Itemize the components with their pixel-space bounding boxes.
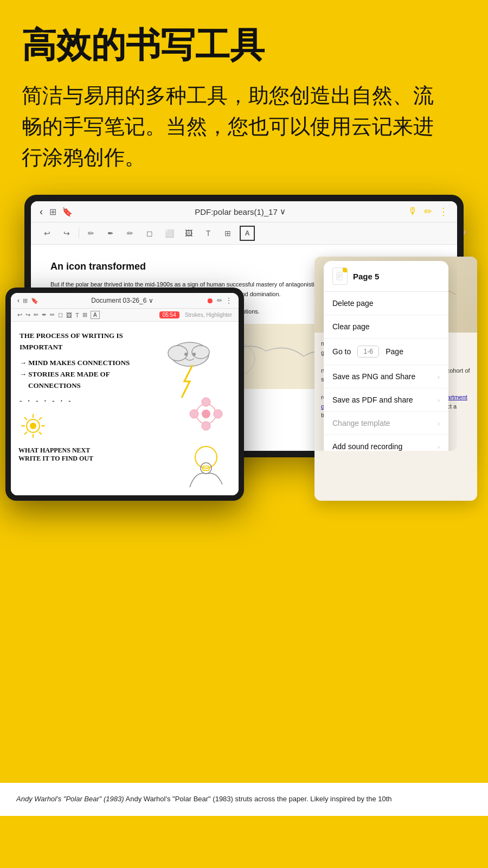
add-sound-label: Add sound recording <box>332 442 402 451</box>
hw-what-happens: WHAT HAPPENS NEXT <box>18 446 93 455</box>
small-doc-title[interactable]: Document 03-26_6 ∨ <box>42 297 203 304</box>
warhol-italic: Andy Warhol's "Polar Bear" (1983) <box>16 795 124 803</box>
bookmark-icon[interactable]: 🔖 <box>62 207 73 217</box>
timer-badge: 05:54 <box>159 311 179 318</box>
change-template-item[interactable]: Change template › <box>324 412 448 435</box>
svg-point-36 <box>192 346 209 359</box>
pencil-tool[interactable]: ✒ <box>103 226 118 241</box>
text-tool[interactable]: T <box>201 226 216 241</box>
pen-tool[interactable]: ✏ <box>84 226 99 241</box>
save-pdf-label: Save as PDF and share <box>332 395 413 404</box>
small-tablet-wrap: ‹ ⊞ 🔖 Document 03-26_6 ∨ ⏺ ✏ ⋮ ↩ ↪ ✏ ✒ ✏ <box>5 288 244 501</box>
handwriting-area: THE PROCESS OF WRITING IS IMPORTANT → MI… <box>11 322 239 495</box>
small-pen-draw[interactable]: ✏ <box>34 311 38 318</box>
small-tablet: ‹ ⊞ 🔖 Document 03-26_6 ∨ ⏺ ✏ ⋮ ↩ ↪ ✏ ✒ ✏ <box>5 288 244 501</box>
svg-point-41 <box>202 398 210 406</box>
svg-point-38 <box>192 353 196 356</box>
chevron-icon: › <box>438 419 440 427</box>
svg-line-31 <box>39 432 42 435</box>
chevron-icon: › <box>438 373 440 381</box>
svg-line-30 <box>24 417 27 420</box>
subtitle: 简洁与易用的多种工具，助您创造出自然、流畅的手写笔记。当然，您也可以使用云记来进… <box>22 80 434 173</box>
context-menu-header: Page 5 <box>324 261 448 292</box>
small-font-tool[interactable]: A <box>91 311 100 319</box>
small-undo[interactable]: ↩ <box>17 311 22 318</box>
tablet-section: ‹ ⊞ 🔖 PDF:polar bears(1)_17 ∨ 🎙 ✏ ⋮ ↩ <box>0 195 488 457</box>
clear-page-label: Clear page <box>332 322 370 331</box>
delete-page-label: Delete page <box>332 299 374 308</box>
toolbar-icons: ⊞ 🔖 <box>49 207 73 217</box>
context-menu: Page 5 Delete page Clear page Go to Page <box>324 261 448 451</box>
chevron-icon: › <box>438 443 440 451</box>
svg-point-35 <box>168 346 188 361</box>
bottom-text: Andy Warhol's "Polar Bear" (1983) Andy W… <box>16 794 472 805</box>
redo-button[interactable]: ↪ <box>59 226 74 241</box>
chevron-icon: › <box>438 396 440 404</box>
goto-page-item[interactable]: Go to Page <box>324 339 448 365</box>
tablet-toolbar: ‹ ⊞ 🔖 PDF:polar bears(1)_17 ∨ 🎙 ✏ ⋮ <box>31 201 457 222</box>
header-section: 高效的书写工具 简洁与易用的多种工具，助您创造出自然、流畅的手写笔记。当然，您也… <box>0 0 488 184</box>
small-toolbar: ‹ ⊞ 🔖 Document 03-26_6 ∨ ⏺ ✏ ⋮ <box>11 293 239 309</box>
small-more-icon[interactable]: ⋮ <box>226 297 232 304</box>
small-table-tool[interactable]: ⊞ <box>82 311 87 318</box>
tools-label: Strokes, Highlighter <box>185 312 232 318</box>
svg-point-42 <box>202 422 210 430</box>
svg-line-33 <box>24 432 27 435</box>
delete-page-item[interactable]: Delete page <box>324 292 448 315</box>
small-draw-toolbar: ↩ ↪ ✏ ✒ ✏ ◻ 🖼 T ⊞ A 05:54 Strokes, Highl… <box>11 309 239 322</box>
goto-label: Go to <box>332 347 351 356</box>
svg-point-44 <box>214 410 222 418</box>
small-pen-icon[interactable]: ✏ <box>217 297 222 304</box>
select-tool[interactable]: ⬜ <box>162 226 177 241</box>
small-grid-icon[interactable]: ⊞ <box>23 297 28 304</box>
small-eraser[interactable]: ◻ <box>58 311 63 318</box>
small-img-tool[interactable]: 🖼 <box>66 312 72 318</box>
svg-point-40 <box>202 410 210 418</box>
back-button[interactable]: ‹ <box>40 206 43 218</box>
goto-row: Go to Page <box>332 346 403 358</box>
goto-input[interactable] <box>357 346 379 358</box>
small-tablet-screen: ‹ ⊞ 🔖 Document 03-26_6 ∨ ⏺ ✏ ⋮ ↩ ↪ ✏ ✒ ✏ <box>11 293 239 495</box>
small-highlight[interactable]: ✏ <box>50 311 55 318</box>
eraser-tool[interactable]: ◻ <box>142 226 157 241</box>
page-suffix: Page <box>386 347 403 356</box>
sun-doodle <box>18 411 48 441</box>
svg-point-37 <box>184 353 188 356</box>
small-redo[interactable]: ↪ <box>25 311 30 318</box>
microphone-icon[interactable]: 🎙 <box>408 206 418 218</box>
page-icon <box>332 267 348 285</box>
sketch-figure <box>184 460 228 493</box>
highlighter-tool[interactable]: ✏ <box>123 226 138 241</box>
hw-write-it: WRITE IT TO FIND OUT <box>18 455 93 463</box>
main-title: 高效的书写工具 <box>22 26 466 64</box>
grid-icon[interactable]: ⊞ <box>49 207 56 217</box>
hw-bottom: WHAT HAPPENS NEXT WRITE IT TO FIND OUT <box>18 446 93 463</box>
more-icon[interactable]: ⋮ <box>439 206 448 218</box>
undo-button[interactable]: ↩ <box>40 226 55 241</box>
document-title[interactable]: PDF:polar bears(1)_17 ∨ <box>77 207 403 216</box>
svg-line-32 <box>39 417 42 420</box>
small-record-icon[interactable]: ⏺ <box>206 296 214 305</box>
bottom-section: Andy Warhol's "Polar Bear" (1983) Andy W… <box>0 783 488 816</box>
add-sound-item[interactable]: Add sound recording › <box>324 435 448 451</box>
svg-point-43 <box>190 410 198 418</box>
page-title: Page 5 <box>353 272 379 281</box>
clear-page-item[interactable]: Clear page <box>324 315 448 339</box>
small-bookmark-icon[interactable]: 🔖 <box>31 297 38 304</box>
save-png-label: Save as PNG and Share <box>332 372 415 381</box>
svg-point-25 <box>30 423 36 429</box>
image-tool[interactable]: 🖼 <box>181 226 196 241</box>
save-pdf-item[interactable]: Save as PDF and share › <box>324 388 448 412</box>
save-png-item[interactable]: Save as PNG and Share › <box>324 365 448 388</box>
drawing-toolbar: ↩ ↪ ✏ ✒ ✏ ◻ ⬜ 🖼 T ⊞ A <box>31 222 457 245</box>
small-pencil[interactable]: ✒ <box>42 311 47 318</box>
small-back-icon[interactable]: ‹ <box>17 297 20 304</box>
font-tool[interactable]: A <box>240 226 255 241</box>
table-tool[interactable]: ⊞ <box>220 226 235 241</box>
toolbar-right: 🎙 ✏ ⋮ <box>408 206 448 218</box>
svg-point-47 <box>201 463 211 474</box>
small-text-tool[interactable]: T <box>75 312 79 318</box>
change-template-label: Change template <box>332 419 390 427</box>
pen-icon[interactable]: ✏ <box>424 206 432 218</box>
